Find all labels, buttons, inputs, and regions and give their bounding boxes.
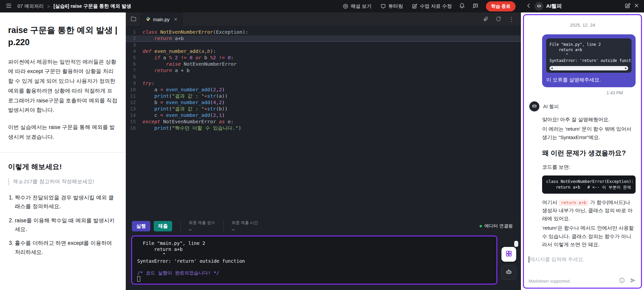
python-icon <box>146 17 150 22</box>
chat-message-input[interactable]: 메시지를 입력해 주세요. <box>529 256 636 277</box>
code-line: 8 <box>126 74 521 80</box>
refresh-icon <box>496 16 501 23</box>
smiley-icon <box>619 277 625 285</box>
code-line: 1class NotEvenNumberError(Exception): <box>126 29 521 35</box>
back-button[interactable] <box>526 3 532 10</box>
chevron-left-icon <box>526 3 532 10</box>
edit-material-label: 수업 자료 수정 <box>420 3 452 9</box>
chevron-right-icon: > <box>47 3 50 9</box>
input-placeholder: 메시지를 입력해 주세요. <box>530 256 585 263</box>
console-line: ^ <box>137 252 491 258</box>
emoji-button[interactable] <box>619 277 625 285</box>
breadcrumb: 07 예외처리 > [실습6] raise 구문을 통한 예외 발생 <box>17 3 131 9</box>
ai-paragraph-5: ‘return’은 함수나 메서드 안에서만 사용할 수 있습니다. 클래스 정… <box>542 224 636 249</box>
scroll-left-icon[interactable]: ◀ <box>551 67 553 70</box>
close-icon <box>634 3 639 10</box>
folder-icon <box>130 16 137 23</box>
console-output: File "main.py", line 2 return a+b ^Synta… <box>137 240 491 276</box>
chat-footer: Markdown supported. <box>529 277 636 285</box>
code-line: 11 print("결과 값 : "+str(a)) <box>126 93 521 99</box>
text-caret <box>529 256 529 263</box>
horizontal-scrollbar[interactable]: ◀ ▶ <box>550 66 628 70</box>
messages-button[interactable] <box>472 3 479 10</box>
bell-icon <box>459 3 465 10</box>
section-divider <box>0 152 126 153</box>
score-label: 최종 제출 점수 <box>189 220 215 226</box>
user-code-line: return a+b <box>550 47 628 53</box>
explanation-icon <box>343 3 348 9</box>
instruction-step: 짝수가 전달되었을 경우 발생시킬 예외 클래스를 정의하세요. <box>15 193 118 211</box>
hamburger-icon <box>5 2 12 10</box>
user-message-bubble: File "main.py", line 2 return a+b ^Synta… <box>542 34 636 87</box>
robot-icon <box>536 3 542 10</box>
tutoring-button[interactable]: 튜터링 <box>380 3 403 9</box>
time-label: 최종 제출 시간 <box>232 220 258 226</box>
grid-icon <box>505 250 513 259</box>
ai-paragraph-4: 여기서 return a+b 가 함수(메서드)나 생성자 내부가 아닌, 클래… <box>542 198 636 223</box>
attach-file-button[interactable] <box>483 16 488 23</box>
markdown-note: Markdown supported. <box>529 279 571 284</box>
send-button[interactable] <box>630 277 636 285</box>
code-line: 15except NotEvenNumberError as e: <box>126 119 521 125</box>
instruction-steps: 짝수가 전달되었을 경우 발생시킬 예외 클래스를 정의하세요.raise를 이… <box>8 193 118 257</box>
end-learning-button[interactable]: 학습 종료 <box>486 1 516 11</box>
status-label: 에디터 연결됨 <box>484 223 513 229</box>
close-chat-button[interactable] <box>634 3 639 10</box>
ai-helpy-header-avatar <box>535 2 543 10</box>
try-it-section-title: 이렇게 해보세요! <box>8 162 118 171</box>
widgets-button[interactable] <box>501 247 516 262</box>
ai-name: AI 헬피 <box>543 103 559 110</box>
chat-header: AI헬피 <box>521 0 644 12</box>
ai-paragraph-4-before: 여기서 <box>542 199 559 205</box>
tutoring-label: 튜터링 <box>388 3 403 9</box>
file-explorer-button[interactable] <box>130 16 137 23</box>
console-line <box>137 264 491 270</box>
console-zone: File "main.py", line 2 return a+b ^Synta… <box>126 233 521 290</box>
instruction-step: raise를 이용해 짝수일 때 예외를 발생시키세요. <box>15 216 118 234</box>
hamburger-menu-button[interactable] <box>5 2 12 10</box>
robot-icon <box>531 103 537 110</box>
tab-main-py[interactable]: main.py ✕ <box>141 12 183 27</box>
main-content: raise 구문을 통한 예외 발생 | p.220 파이썬에서 제공하는 일반… <box>0 12 644 290</box>
code-editor-panel: main.py ✕ ⋮ 1class NotEvenNumberE <box>126 12 521 290</box>
chat-date: 2025. 12. 24 <box>529 23 636 28</box>
instructions-panel: raise 구문을 통한 예외 발생 | p.220 파이썬에서 제공하는 일반… <box>0 12 126 290</box>
chat-messages[interactable]: 2025. 12. 24 File "main.py", line 2 retu… <box>524 15 641 253</box>
notifications-button[interactable] <box>459 3 465 10</box>
code-line: 5 if a % 2 != 0 or b %2 != 0: <box>126 55 521 61</box>
intro-paragraph-2: 이번 실습에서는 raise 구문을 통해 예외를 발생시켜 보겠습니다. <box>8 123 118 142</box>
edit-material-button[interactable]: 수업 자료 수정 <box>412 3 452 9</box>
top-bar-main: 07 예외처리 > [실습6] raise 구문을 통한 예외 발생 해설 보기… <box>0 0 521 12</box>
run-button[interactable]: 실행 <box>132 221 150 231</box>
tutoring-icon <box>380 3 386 9</box>
page-title: raise 구문을 통한 예외 발생 | p.220 <box>8 24 118 49</box>
reset-code-button[interactable] <box>496 16 501 23</box>
code-line: 4def even_number_add(a,b): <box>126 48 521 55</box>
code-area[interactable]: 1class NotEvenNumberError(Exception):2 r… <box>126 27 521 219</box>
ai-helpy-launcher-button[interactable] <box>501 265 516 280</box>
console-line: SyntaxError: 'return' outside function <box>137 258 491 264</box>
more-options-button[interactable]: ⋮ <box>508 16 514 23</box>
chat-bubble-icon <box>472 3 479 10</box>
view-explanation-button[interactable]: 해설 보기 <box>343 3 372 9</box>
submit-button[interactable]: 제출 <box>154 221 172 231</box>
tab-label: main.py <box>153 17 169 22</box>
breadcrumb-course[interactable]: 07 예외처리 <box>17 3 44 9</box>
console-output-panel[interactable]: File "main.py", line 2 return a+b ^Synta… <box>131 235 497 285</box>
code-line: 6 raise NotEvenNumberError <box>126 61 521 67</box>
tab-close-icon[interactable]: ✕ <box>174 17 178 22</box>
tabbar-actions: ⋮ <box>483 16 514 23</box>
breadcrumb-lesson: [실습6] raise 구문을 통한 예외 발생 <box>53 3 131 9</box>
console-line: File "main.py", line 2 <box>137 240 491 247</box>
user-message-text: 이 오류를 설명해주세요. <box>546 77 632 83</box>
console-line: /* 코드 실행이 완료되었습니다! */ <box>137 270 491 276</box>
scrollbar-thumb[interactable] <box>514 241 518 247</box>
ai-message: 맞아요! 아주 잘 설명해줬어요. 이 에러는 ‘return’ 문이 함수 밖… <box>542 116 636 249</box>
editor-connection-status: 에디터 연결됨 <box>480 223 513 229</box>
user-code-block: File "main.py", line 2 return a+b ^Synta… <box>546 38 632 73</box>
code-line: 13 print("결과 값 : "+str(b)) <box>126 106 521 112</box>
code-line: 10 a = even_number_add(2,2) <box>126 87 521 93</box>
new-chat-button[interactable] <box>624 3 631 10</box>
chat-input-zone: 메시지를 입력해 주세요. Markdown supported. <box>524 253 641 288</box>
scroll-right-icon[interactable]: ▶ <box>625 67 627 70</box>
